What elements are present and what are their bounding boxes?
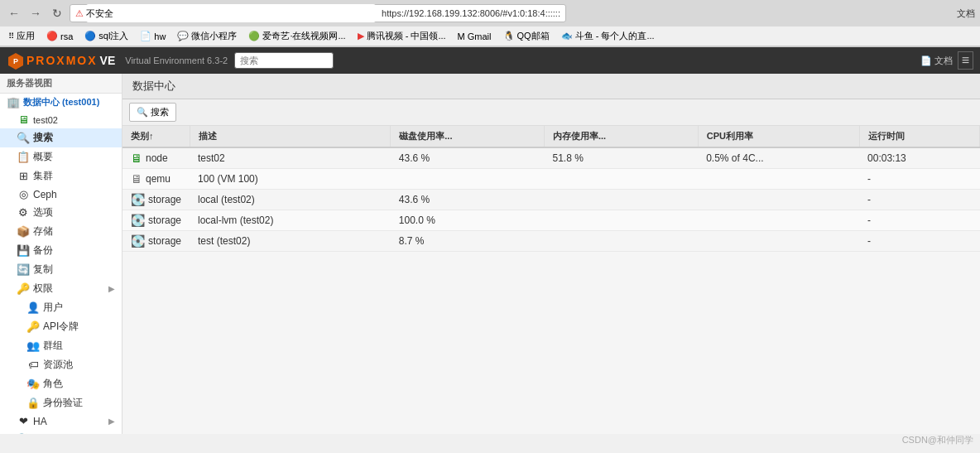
bookmark-apps[interactable]: ⠿ 应用 — [5, 29, 38, 43]
col-mem-label: 内存使用率... — [553, 131, 606, 141]
backup-icon: 💾 — [17, 244, 30, 257]
cell-disk — [391, 169, 545, 190]
type-icon: 🖥 — [131, 152, 142, 165]
bookmark-label: hw — [154, 31, 166, 41]
cell-desc: 100 (VM 100) — [190, 169, 391, 190]
bookmark-label: rsa — [60, 31, 73, 41]
table-row[interactable]: 💽 storage local (test02) 43.6 % - — [122, 190, 980, 210]
type-icon: 💽 — [131, 234, 145, 248]
cell-cpu — [698, 190, 859, 210]
nav-back-button[interactable]: ← — [5, 4, 23, 22]
col-mem[interactable]: 内存使用率... — [545, 126, 699, 147]
ceph-label: Ceph — [33, 189, 57, 200]
roles-label: 角色 — [43, 377, 63, 391]
col-cpu[interactable]: CPU利用率 — [698, 126, 859, 147]
sidebar-item-cluster[interactable]: ⊞ 集群 — [0, 166, 122, 186]
col-desc[interactable]: 描述 — [190, 126, 391, 147]
browser-chrome: ← → ↻ ⚠ 不安全 https://192.168.199.132:8006… — [0, 0, 980, 47]
bookmark-gmail[interactable]: M Gmail — [454, 31, 495, 42]
col-type-label: 类别↑ — [131, 131, 154, 141]
col-disk-label: 磁盘使用率... — [399, 131, 452, 141]
cell-uptime: - — [859, 231, 979, 252]
sidebar-item-groups[interactable]: 👥 群组 — [0, 336, 122, 355]
address-bar[interactable]: ⚠ 不安全 https://192.168.199.132:8006/#v1:0… — [70, 4, 566, 22]
sidebar-item-test02[interactable]: 🖥 test02 — [0, 111, 122, 128]
bookmark-qq[interactable]: 🐧 QQ邮箱 — [500, 29, 553, 43]
table-row[interactable]: 🖥 node test02 43.6 % 51.8 % 0.5% of 4C..… — [122, 147, 980, 169]
bookmarks-bar: ⠿ 应用 🔴 rsa 🔵 sql注入 📄 hw 💬 微信小程序 🟢 爱奇艺·在线… — [0, 27, 980, 46]
breadcrumb: 数据中心 — [122, 74, 980, 99]
nav-refresh-button[interactable]: ↻ — [48, 4, 66, 22]
bookmark-tencent[interactable]: ▶ 腾讯视频 - 中国领... — [354, 29, 449, 43]
sidebar-item-users[interactable]: 👤 用户 — [0, 298, 122, 317]
bookmark-label: 腾讯视频 - 中国领... — [367, 30, 446, 42]
table-row[interactable]: 💽 storage test (test02) 8.7 % - — [122, 231, 980, 252]
security-label: 不安全 — [86, 4, 376, 22]
bookmark-hw[interactable]: 📄 hw — [137, 30, 169, 42]
search-label: 搜索 — [33, 131, 53, 145]
cell-disk: 8.7 % — [391, 231, 545, 252]
table-row[interactable]: 🖥 qemu 100 (VM 100) - — [122, 169, 980, 190]
col-type[interactable]: 类别↑ — [122, 126, 190, 147]
bookmark-label: 斗鱼 - 每个人的直... — [575, 30, 655, 42]
col-disk[interactable]: 磁盘使用率... — [391, 126, 545, 147]
sidebar-item-roles[interactable]: 🎭 角色 — [0, 374, 122, 393]
sidebar-item-ha[interactable]: ❤ HA ▶ — [0, 412, 122, 430]
type-text: qemu — [146, 173, 171, 185]
permissions-icon: 🔑 — [17, 282, 30, 295]
document-link[interactable]: 文档 — [957, 7, 975, 20]
logo-proxmox-text: PROXMOX — [26, 54, 98, 67]
bookmark-label: sql注入 — [98, 30, 128, 42]
permissions-arrow: ▶ — [108, 284, 115, 293]
cell-desc: test02 — [190, 147, 391, 169]
sidebar-item-search[interactable]: 🔍 搜索 — [0, 128, 122, 147]
table-header-row: 类别↑ 描述 磁盘使用率... 内存使用率... CPU利用率 — [122, 126, 980, 147]
proxmox-logo-icon: P — [7, 51, 25, 70]
cluster-label: 集群 — [33, 169, 53, 183]
replication-icon: 🔄 — [17, 263, 30, 276]
header-search-input[interactable] — [234, 52, 334, 69]
backup-label: 备份 — [33, 243, 53, 258]
bookmark-douyu[interactable]: 🐟 斗鱼 - 每个人的直... — [558, 29, 658, 43]
browser-toolbar: ← → ↻ ⚠ 不安全 https://192.168.199.132:8006… — [0, 0, 980, 27]
sidebar-item-permissions[interactable]: 🔑 权限 ▶ — [0, 279, 122, 298]
search-icon: 🔍 — [17, 132, 30, 144]
nav-forward-button[interactable]: → — [26, 4, 45, 22]
sidebar-item-backup[interactable]: 💾 备份 — [0, 241, 122, 260]
search-toolbar-button[interactable]: 🔍 搜索 — [129, 103, 176, 122]
options-label: 选项 — [33, 205, 53, 219]
roles-icon: 🎭 — [26, 378, 40, 390]
cell-mem — [545, 190, 699, 210]
sidebar-item-api[interactable]: 🔑 API令牌 — [0, 317, 122, 336]
sidebar-item-options[interactable]: ⚙ 选项 — [0, 203, 122, 222]
sidebar-item-auth[interactable]: 🔒 身份验证 — [0, 393, 122, 412]
sidebar-item-datacenter[interactable]: 🏢 数据中心 (test001) — [0, 94, 122, 111]
api-icon: 🔑 — [26, 320, 40, 333]
table-row[interactable]: 💽 storage local-lvm (test02) 100.0 % - — [122, 210, 980, 231]
sidebar-item-acme[interactable]: 🔐 ACME — [0, 430, 122, 434]
docs-button[interactable]: 📄 文档 — [920, 55, 953, 67]
cell-disk: 43.6 % — [391, 190, 545, 210]
sidebar-item-ceph[interactable]: ◎ Ceph — [0, 186, 122, 203]
bookmark-sql[interactable]: 🔵 sql注入 — [81, 29, 132, 43]
sidebar-item-storage[interactable]: 📦 存储 — [0, 222, 122, 241]
sidebar-item-replication[interactable]: 🔄 复制 — [0, 260, 122, 279]
sidebar-item-summary[interactable]: 📋 概要 — [0, 147, 122, 166]
user-menu-button[interactable]: ≡ — [958, 51, 973, 70]
col-uptime[interactable]: 运行时间 — [859, 126, 979, 147]
sidebar-item-pools[interactable]: 🏷 资源池 — [0, 355, 122, 374]
cell-uptime: - — [859, 169, 979, 190]
datacenter-label: 数据中心 (test001) — [23, 96, 99, 108]
data-table: 类别↑ 描述 磁盘使用率... 内存使用率... CPU利用率 — [122, 126, 980, 252]
bookmark-wechat[interactable]: 💬 微信小程序 — [174, 29, 240, 43]
api-label: API令牌 — [43, 320, 79, 334]
bookmark-iqiyi[interactable]: 🟢 爱奇艺·在线视频网... — [245, 29, 348, 43]
proxmox-header: P PROXMOX VE Virtual Environment 6.3-2 📄… — [0, 47, 980, 74]
main-layout: 服务器视图 🏢 数据中心 (test001) 🖥 test02 🔍 搜索 📋 概… — [0, 74, 980, 434]
users-label: 用户 — [43, 301, 63, 315]
cell-mem — [545, 169, 699, 190]
acme-icon: 🔐 — [17, 432, 30, 434]
bookmark-rsa[interactable]: 🔴 rsa — [43, 30, 76, 42]
cell-disk: 100.0 % — [391, 210, 545, 231]
cell-type: 🖥 node — [122, 147, 190, 169]
